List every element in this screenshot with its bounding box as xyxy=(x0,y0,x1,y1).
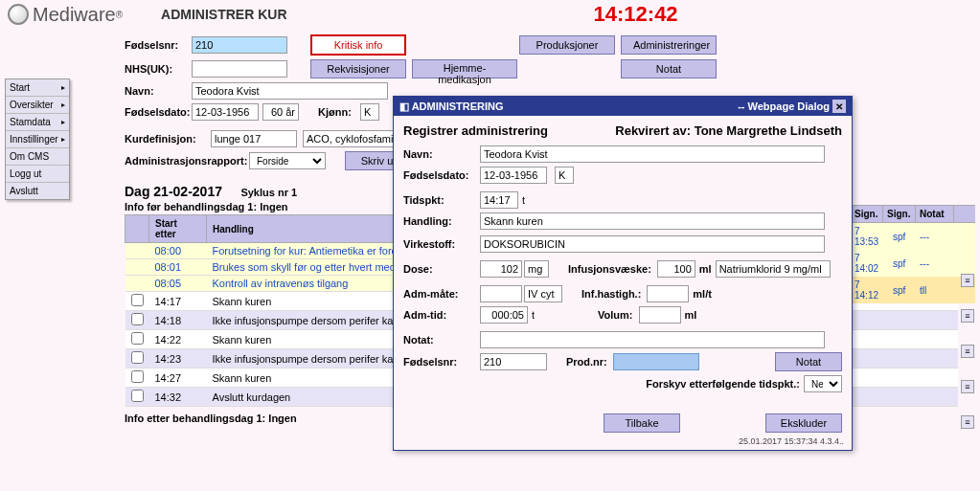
nav-logg-ut[interactable]: Logg ut xyxy=(6,166,69,183)
nav-stamdata[interactable]: Stamdata▸ xyxy=(6,114,69,131)
rekvisisjoner-button[interactable]: Rekvisisjoner xyxy=(310,59,406,78)
dlg-virkestoff-label: Virkestoff: xyxy=(403,238,480,250)
rekvirert-by: Tone Margrethe Lindseth xyxy=(695,123,842,138)
row-checkbox[interactable] xyxy=(131,332,144,345)
dlg-fodselsnr-label: Fødselsnr: xyxy=(403,356,480,368)
ekskluder-button[interactable]: Ekskluder xyxy=(765,413,842,433)
kjonn-input[interactable] xyxy=(360,103,379,121)
row-checkbox[interactable] xyxy=(131,390,144,402)
row-action-icon[interactable]: ≡ xyxy=(961,274,974,287)
dlg-fodselsdato-label: Fødselsdato: xyxy=(403,169,480,181)
dlg-notat-button[interactable]: Notat xyxy=(775,352,842,371)
dlg-infv-input[interactable] xyxy=(657,260,695,278)
nav-innstillinger[interactable]: Innstillinger▸ xyxy=(6,131,69,148)
dlg-handling-input[interactable] xyxy=(480,212,825,230)
row-action-icon[interactable]: ≡ xyxy=(961,415,974,429)
row-checkbox[interactable] xyxy=(131,351,144,364)
fodselsdato-input[interactable] xyxy=(192,103,259,121)
nav-avslutt[interactable]: Avslutt xyxy=(6,183,69,199)
dlg-infv-label: Infusjonsvæske: xyxy=(568,263,651,275)
admrapp-label: Administrasjonsrapport: xyxy=(125,155,249,167)
forskyv-select[interactable]: Nei xyxy=(804,375,842,392)
dlg-admmate-input[interactable] xyxy=(480,285,522,302)
dlg-navn-input[interactable] xyxy=(480,145,825,163)
kritisk-info-button[interactable]: Kritisk info xyxy=(310,34,406,56)
fodselsdato-label: Fødselsdato: xyxy=(125,106,192,118)
nav-start[interactable]: Start▸ xyxy=(6,79,69,97)
nav-om-cms[interactable]: Om CMS xyxy=(6,148,69,166)
page-title: ADMINISTRER KUR xyxy=(161,7,286,22)
dlg-notat-input[interactable] xyxy=(480,331,825,348)
row-checkbox[interactable] xyxy=(131,313,144,325)
fodselsnr-input[interactable] xyxy=(192,36,287,54)
sign-row[interactable]: 7 14:02spf--- xyxy=(851,250,975,277)
close-icon[interactable]: ✕ xyxy=(832,100,846,113)
dlg-admmate-label: Adm-måte: xyxy=(403,288,480,300)
logo-icon xyxy=(8,4,29,25)
row-checkbox[interactable] xyxy=(131,370,144,383)
alder-input xyxy=(262,103,299,121)
dlg-tidspkt-label: Tidspkt: xyxy=(403,194,480,206)
dlg-infv-type[interactable] xyxy=(716,260,831,278)
tilbake-button[interactable]: Tilbake xyxy=(604,413,680,433)
dlg-prodnr-input[interactable] xyxy=(613,353,699,370)
dlg-volum-label: Volum: xyxy=(598,309,632,321)
row-action-icon[interactable]: ≡ xyxy=(961,309,974,323)
dlg-admmate-type xyxy=(524,285,562,302)
nhs-input[interactable] xyxy=(192,60,287,78)
hjemme-medikasjon-button[interactable]: Hjemme-medikasjon xyxy=(412,59,517,78)
dialog-subtitle: -- Webpage Dialog xyxy=(738,100,830,112)
sign-row[interactable]: 7 14:12spftll xyxy=(851,277,975,303)
dlg-volum-input[interactable] xyxy=(639,306,681,324)
dialog-timestamp: 25.01.2017 15:37:34 4.3.4.. xyxy=(394,436,852,450)
rekvirert-label: Rekvirert av: xyxy=(615,123,691,138)
dlg-fodselsnr-input[interactable] xyxy=(480,353,547,370)
dlg-notat-label: Notat: xyxy=(403,334,480,346)
dlg-admtid-input[interactable] xyxy=(480,306,528,324)
row-action-icon[interactable]: ≡ xyxy=(961,380,974,393)
volum-unit: ml xyxy=(685,309,697,321)
dlg-admtid-label: Adm-tid: xyxy=(403,309,480,321)
notat-button[interactable]: Notat xyxy=(621,59,717,78)
clock: 14:12:42 xyxy=(594,2,678,27)
sign-row[interactable]: 7 13:53spf--- xyxy=(851,223,975,250)
infh-unit: ml/t xyxy=(693,288,712,300)
dlg-tidspkt-input[interactable] xyxy=(480,191,518,209)
dlg-navn-label: Navn: xyxy=(403,148,480,160)
admtid-unit: t xyxy=(532,309,535,321)
navn-input[interactable] xyxy=(192,82,388,100)
dlg-dose-label: Dose: xyxy=(403,263,480,275)
syklus: Syklus nr 1 xyxy=(240,187,297,198)
dlg-dose-input[interactable] xyxy=(480,260,522,278)
logo: Mediware® xyxy=(8,4,123,26)
side-nav: Start▸ Oversikter▸ Stamdata▸ Innstilling… xyxy=(5,78,70,200)
brand-text: Mediware xyxy=(33,4,116,26)
admrapp-select[interactable]: Forside xyxy=(249,152,326,169)
row-action-icon[interactable]: ≡ xyxy=(961,345,974,358)
kjonn-label: Kjønn: xyxy=(318,106,360,118)
produksjoner-button[interactable]: Produksjoner xyxy=(519,35,615,55)
dlg-kjonn-input[interactable] xyxy=(555,167,574,184)
dialog-title-icon: ◧ xyxy=(399,100,409,112)
administreringer-button[interactable]: Administreringer xyxy=(621,35,717,55)
right-sign-panel: Sign. Sign. Notat 7 13:53spf--- 7 14:02s… xyxy=(851,205,975,303)
t-unit: t xyxy=(522,194,525,206)
dlg-virkestoff-input[interactable] xyxy=(480,235,825,253)
administrering-dialog: ◧ ADMINISTRERING -- Webpage Dialog ✕ Reg… xyxy=(393,96,853,451)
navn-label: Navn: xyxy=(125,85,192,97)
dialog-heading: Registrer administrering xyxy=(403,123,548,138)
kurdef-label: Kurdefinisjon: xyxy=(125,133,211,145)
day-title: Dag 21-02-2017 xyxy=(125,184,222,199)
nhs-label: NHS(UK): xyxy=(125,63,192,75)
kurdef1-input[interactable] xyxy=(211,130,297,147)
nav-oversikter[interactable]: Oversikter▸ xyxy=(6,97,69,114)
dlg-infh-label: Inf.hastigh.: xyxy=(581,288,641,300)
infv-unit: ml xyxy=(699,263,712,275)
dialog-title: ADMINISTRERING xyxy=(412,100,504,112)
dlg-infh-input[interactable] xyxy=(647,285,689,302)
row-checkbox[interactable] xyxy=(131,294,144,306)
dlg-fodselsdato-input[interactable] xyxy=(480,167,547,184)
fodselsnr-label: Fødselsnr: xyxy=(125,39,192,51)
forskyv-label: Forskyv etterfølgende tidspkt.: xyxy=(646,378,800,390)
dlg-dose-unit xyxy=(524,260,549,278)
